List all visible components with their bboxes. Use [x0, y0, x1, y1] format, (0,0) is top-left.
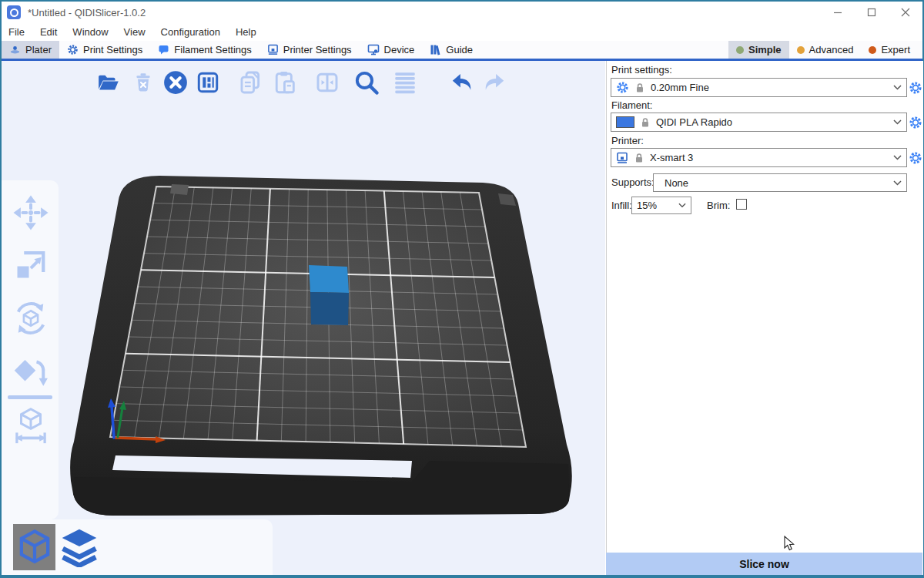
toolbar-divider	[8, 395, 52, 399]
chevron-down-icon	[678, 203, 686, 208]
chevron-down-icon	[893, 119, 902, 125]
infill-value: 15%	[637, 200, 673, 211]
app-window: *Untitled - QIDISlicer-1.0.2 File Edit W…	[0, 0, 924, 578]
scale-icon	[12, 244, 50, 285]
copy-button[interactable]	[235, 68, 266, 97]
3d-editor-icon	[16, 527, 53, 567]
mode-expert[interactable]: Expert	[861, 41, 918, 59]
brim-checkbox[interactable]	[736, 199, 747, 210]
menu-file[interactable]: File	[2, 26, 32, 38]
menu-window[interactable]: Window	[65, 26, 116, 38]
tab-guide[interactable]: Guide	[422, 41, 480, 59]
advanced-dot-icon	[797, 46, 805, 54]
redo-icon	[481, 69, 507, 96]
mode-label: Advanced	[809, 44, 854, 55]
rotate-icon	[11, 297, 51, 339]
tab-filament-settings[interactable]: Filament Settings	[150, 41, 259, 59]
printer-bed-scene[interactable]	[2, 61, 605, 575]
split-objects-button[interactable]	[312, 68, 343, 97]
variable-layer-height-button[interactable]	[390, 68, 420, 97]
main-area: Print settings: 0.20mm Fine	[2, 61, 922, 575]
redo-button[interactable]	[479, 68, 510, 97]
gear-icon	[909, 151, 922, 165]
filament-gear-button[interactable]	[909, 116, 922, 129]
tab-label: Plater	[25, 44, 52, 55]
open-project-button[interactable]	[92, 68, 123, 97]
simple-dot-icon	[736, 46, 744, 54]
tab-print-settings[interactable]: Print Settings	[59, 41, 150, 59]
supports-value: None	[658, 177, 888, 189]
brim-label: Brim:	[707, 200, 730, 211]
mode-label: Simple	[748, 44, 782, 55]
mode-advanced[interactable]: Advanced	[789, 41, 862, 59]
delete-all-icon	[162, 69, 189, 96]
infill-select[interactable]: 15%	[631, 197, 691, 214]
tab-printer-settings[interactable]: Printer Settings	[259, 41, 360, 59]
slice-now-button[interactable]: Slice now	[606, 553, 922, 575]
plater-icon	[9, 44, 21, 55]
filament-select[interactable]: QIDI PLA Rapido	[611, 113, 907, 132]
menu-view[interactable]: View	[116, 26, 153, 38]
tab-bar: Plater Print Settings Filament Settings …	[2, 41, 922, 61]
preview-layers-icon	[59, 527, 100, 567]
lock-icon	[634, 153, 644, 163]
device-monitor-icon	[367, 44, 380, 55]
lock-icon	[634, 82, 645, 93]
cube-front-face	[310, 292, 349, 325]
filament-icon	[158, 44, 169, 55]
undo-icon	[449, 69, 475, 96]
place-on-face-tool-button[interactable]	[11, 350, 51, 393]
arrange-button[interactable]	[192, 68, 223, 97]
mode-switcher: Simple Advanced Expert	[728, 41, 922, 59]
tab-device[interactable]: Device	[360, 41, 423, 59]
expert-dot-icon	[869, 46, 876, 54]
model-cube[interactable]	[309, 265, 349, 325]
close-button[interactable]	[889, 2, 922, 23]
tab-label: Print Settings	[83, 44, 142, 55]
delete-button[interactable]	[128, 68, 159, 97]
editor-view-button[interactable]	[13, 524, 55, 570]
tab-plater[interactable]: Plater	[2, 41, 59, 59]
printer-select[interactable]: X-smart 3	[611, 148, 907, 167]
search-icon	[353, 69, 380, 96]
menu-edit[interactable]: Edit	[32, 26, 65, 38]
arrange-icon	[196, 70, 220, 95]
printer-label: Printer:	[611, 135, 644, 146]
guide-books-icon	[430, 44, 441, 55]
menu-configuration[interactable]: Configuration	[153, 26, 228, 38]
settings-panel: Print settings: 0.20mm Fine	[606, 61, 923, 575]
rotate-tool-button[interactable]	[11, 297, 51, 340]
print-settings-value: 0.20mm Fine	[651, 82, 888, 93]
mode-simple[interactable]: Simple	[728, 41, 789, 59]
menu-bar: File Edit Window View Configuration Help	[2, 23, 922, 41]
supports-select[interactable]: None	[653, 173, 907, 192]
measure-tool-button[interactable]	[11, 404, 51, 447]
gear-icon	[909, 116, 922, 129]
supports-label: Supports:	[611, 176, 654, 188]
menu-help[interactable]: Help	[228, 26, 264, 38]
search-button[interactable]	[351, 68, 382, 97]
split-icon	[315, 70, 340, 95]
move-tool-button[interactable]	[11, 191, 51, 234]
move-icon	[12, 193, 50, 233]
preview-view-button[interactable]	[57, 526, 102, 569]
app-logo-icon	[7, 5, 21, 19]
print-settings-select[interactable]: 0.20mm Fine	[611, 78, 907, 97]
paste-icon	[272, 69, 298, 96]
printer-gear-button[interactable]	[909, 151, 922, 165]
cube-top-face	[309, 265, 349, 293]
undo-button[interactable]	[447, 68, 477, 97]
tab-label: Filament Settings	[174, 44, 251, 55]
place-on-face-icon	[12, 351, 50, 391]
filament-label: Filament:	[611, 99, 652, 111]
scale-tool-button[interactable]	[11, 243, 51, 286]
delete-all-button[interactable]	[160, 68, 191, 97]
mode-label: Expert	[881, 44, 910, 55]
chevron-down-icon	[893, 85, 902, 90]
minimize-button[interactable]	[821, 2, 855, 23]
maximize-button[interactable]	[855, 2, 889, 23]
paste-button[interactable]	[270, 68, 300, 97]
viewport-3d[interactable]	[2, 61, 605, 575]
gear-icon	[909, 81, 922, 95]
print-settings-gear-button[interactable]	[909, 81, 922, 95]
